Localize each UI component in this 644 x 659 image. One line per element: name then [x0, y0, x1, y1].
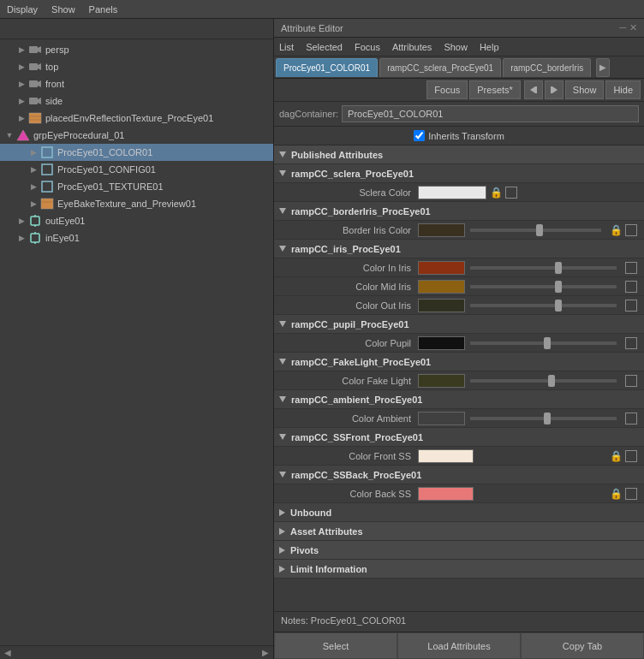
show-btn[interactable]: Show — [565, 80, 605, 99]
section-header-borderiris[interactable]: rampCC_borderIris_ProcEye01 — [274, 202, 644, 221]
published-attributes-header[interactable]: Published Attributes — [274, 145, 644, 164]
focus-btn[interactable]: Focus — [426, 80, 468, 99]
ae-menu-show[interactable]: Show — [444, 42, 468, 52]
ae-menu-focus[interactable]: Focus — [355, 42, 380, 52]
ambient-title: rampCC_ambient_ProcEye01 — [291, 395, 422, 405]
tree-item-ineye[interactable]: ▶ inEye01 — [0, 229, 273, 246]
color-backss-swatch[interactable] — [418, 487, 474, 501]
color-in-iris-swatch[interactable] — [418, 261, 465, 275]
sclera-attr-icon[interactable] — [505, 187, 517, 199]
presets-btn[interactable]: Presets* — [469, 80, 521, 99]
tree-item-side[interactable]: ▶ side — [0, 92, 273, 110]
color-fakelight-attr-icon[interactable] — [625, 375, 637, 387]
border-iris-slider[interactable] — [470, 229, 601, 232]
color-pupil-slider[interactable] — [470, 341, 617, 345]
section-header-ssback[interactable]: rampCC_SSBack_ProcEye01 — [274, 466, 644, 484]
section-header-unbound[interactable]: Unbound — [274, 503, 644, 522]
ae-scrollable-body[interactable]: Inherits Transform Published Attributes … — [274, 127, 644, 611]
ae-arrow-out-icon[interactable] — [545, 80, 564, 99]
ae-menu-list[interactable]: List — [279, 42, 294, 52]
scroll-right-arrow[interactable]: ▶ — [259, 648, 271, 657]
color-fakelight-slider-area — [418, 374, 622, 388]
color-mid-iris-swatch[interactable] — [418, 280, 465, 294]
menu-display[interactable]: Display — [7, 4, 38, 15]
ae-titlebar: Attribute Editor ─ ✕ — [274, 19, 644, 38]
ae-menu-help[interactable]: Help — [480, 42, 499, 52]
ae-tab-overflow-arrow[interactable]: ▶ — [596, 58, 610, 77]
svg-marker-11 — [17, 130, 29, 140]
ae-menu-attributes[interactable]: Attributes — [392, 42, 432, 52]
container-input[interactable]: ProcEye01_COLOR01 — [342, 105, 639, 122]
color-in-iris-attr-icon[interactable] — [625, 262, 637, 274]
color-backss-attr-icon[interactable] — [625, 488, 637, 500]
color-pupil-attr-icon[interactable] — [625, 337, 637, 349]
color-in-iris-slider[interactable] — [470, 266, 617, 270]
color-out-iris-swatch[interactable] — [418, 299, 465, 312]
ae-minimize-btn[interactable]: ─ — [619, 22, 626, 33]
color-mid-iris-slider[interactable] — [470, 285, 617, 288]
section-header-ambient[interactable]: rampCC_ambient_ProcEye01 — [274, 390, 644, 409]
section-header-ssfront[interactable]: rampCC_SSFront_ProcEye01 — [274, 428, 644, 447]
camera-icon-front — [27, 77, 43, 91]
hide-btn[interactable]: Hide — [605, 80, 641, 99]
color-fakelight-slider[interactable] — [470, 379, 617, 383]
tree-item-color01[interactable]: ▶ ProcEye01_COLOR01 — [0, 144, 273, 161]
camera-icon-side — [27, 94, 43, 108]
color-out-iris-attr-icon[interactable] — [625, 300, 637, 312]
color-pupil-swatch[interactable] — [418, 336, 465, 350]
pub-attr-title: Published Attributes — [291, 150, 383, 160]
color-ambient-attr-icon[interactable] — [625, 413, 637, 424]
ae-tab-borderiris[interactable]: rampCC_borderIris — [503, 58, 591, 77]
expand-icon-persp: ▶ — [15, 45, 27, 54]
tree-item-eyebake[interactable]: ▶ EyeBakeTexture_and_Preview01 — [0, 195, 273, 212]
tree-item-texture01[interactable]: ▶ ProcEye01_TEXTURE01 — [0, 178, 273, 195]
ae-arrow-in-icon[interactable] — [524, 80, 543, 99]
ae-title: Attribute Editor — [281, 23, 343, 33]
load-attributes-btn[interactable]: Load Attributes — [397, 632, 521, 659]
border-iris-color-swatch[interactable] — [418, 223, 465, 237]
tree-item-persp[interactable]: ▶ persp — [0, 41, 273, 58]
expand-icon-config01: ▶ — [27, 165, 39, 174]
tree-item-top[interactable]: ▶ top — [0, 58, 273, 75]
color-ambient-slider[interactable] — [470, 417, 617, 420]
border-iris-attr-icon[interactable] — [625, 224, 637, 236]
ae-close-btn[interactable]: ✕ — [629, 22, 637, 33]
sclera-color-swatch[interactable] — [418, 186, 486, 199]
color-ambient-swatch[interactable] — [418, 412, 465, 425]
tree-label-top: top — [45, 62, 58, 72]
section-header-sclera[interactable]: rampCC_sclera_ProcEye01 — [274, 164, 644, 183]
section-header-fakelight[interactable]: rampCC_FakeLight_ProcEye01 — [274, 353, 644, 371]
tree-item-front[interactable]: ▶ front — [0, 75, 273, 92]
menu-show[interactable]: Show — [51, 4, 75, 15]
color-frontss-attr-icon[interactable] — [625, 450, 637, 462]
color-fakelight-swatch[interactable] — [418, 374, 465, 388]
tree-label-texture: placedEnvReflectionTexture_ProcEye01 — [45, 113, 213, 123]
tree-item-outeye[interactable]: ▶ outEye01 — [0, 212, 273, 229]
section-header-asset-attributes[interactable]: Asset Attributes — [274, 522, 644, 541]
section-header-pupil[interactable]: rampCC_pupil_ProcEye01 — [274, 315, 644, 334]
color-backss-slider-area — [418, 487, 606, 501]
expand-icon-ineye: ▶ — [15, 234, 27, 242]
menu-panels[interactable]: Panels — [89, 4, 118, 15]
section-header-iris[interactable]: rampCC_iris_ProcEye01 — [274, 240, 644, 258]
tree-item-group[interactable]: ▼ grpEyeProcedural_01 — [0, 127, 273, 144]
outliner-tree[interactable]: ▶ persp ▶ top ▶ — [0, 39, 273, 645]
scroll-left-arrow[interactable]: ◀ — [2, 648, 14, 657]
tree-item-texture[interactable]: ▶ placedEnvReflectionTexture_ProcEye01 — [0, 110, 273, 127]
section-header-pivots[interactable]: Pivots — [274, 541, 644, 560]
ae-tab-color01[interactable]: ProcEye01_COLOR01 — [276, 58, 378, 77]
ae-menu-selected[interactable]: Selected — [306, 42, 343, 52]
ae-tab-sclera[interactable]: rampCC_sclera_ProcEye01 — [379, 58, 501, 77]
inherits-transform-checkbox[interactable] — [414, 130, 425, 141]
svg-rect-24 — [535, 86, 537, 93]
pivots-title: Pivots — [290, 545, 319, 555]
expand-icon-front: ▶ — [15, 80, 27, 88]
color-out-iris-slider[interactable] — [470, 304, 617, 307]
copy-tab-btn[interactable]: Copy Tab — [521, 632, 644, 659]
pub-attr-triangle — [279, 151, 286, 157]
section-header-limit-info[interactable]: Limit Information — [274, 560, 644, 579]
color-frontss-swatch[interactable] — [418, 449, 474, 463]
select-btn[interactable]: Select — [274, 632, 397, 659]
color-mid-iris-attr-icon[interactable] — [625, 281, 637, 293]
tree-item-config01[interactable]: ▶ ProcEye01_CONFIG01 — [0, 161, 273, 178]
